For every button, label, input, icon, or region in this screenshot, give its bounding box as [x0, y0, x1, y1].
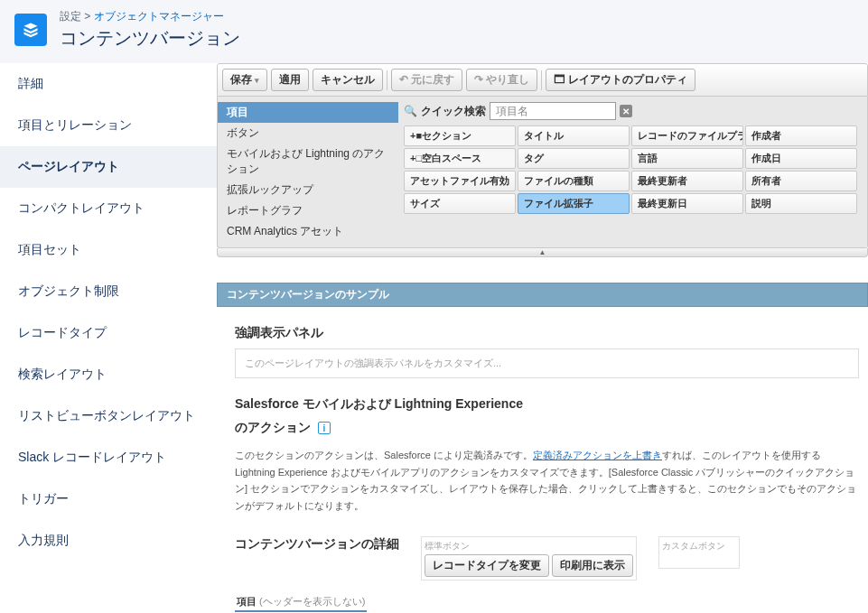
custom-buttons: カスタムボタン: [658, 536, 740, 569]
field-chip[interactable]: 最終更新日: [631, 193, 743, 214]
field-chip[interactable]: +□空白スペース: [404, 148, 516, 169]
sidebar-item[interactable]: ページレイアウト: [0, 146, 217, 188]
sidebar-item[interactable]: 項目セット: [0, 229, 217, 271]
sidebar-item[interactable]: コンパクトレイアウト: [0, 188, 217, 229]
cancel-button[interactable]: キャンセル: [313, 69, 383, 91]
undo-button[interactable]: ↶ 元に戻す: [391, 69, 462, 91]
detail-title: コンテンツバージョンの詳細: [235, 536, 399, 553]
save-button[interactable]: 保存: [222, 69, 267, 91]
field-chip[interactable]: アセットファイル有効: [404, 171, 516, 191]
search-icon: 🔍: [404, 105, 417, 117]
field-chip[interactable]: 最終更新者: [631, 171, 743, 191]
field-chip[interactable]: +■セクション: [404, 125, 516, 146]
palette-category[interactable]: 項目: [218, 102, 398, 123]
sidebar-item[interactable]: Slack レコードレイアウト: [0, 437, 217, 478]
field-chip[interactable]: 言語: [631, 148, 743, 169]
change-record-type-button[interactable]: レコードタイプを変更: [425, 554, 549, 577]
palette-category[interactable]: モバイルおよび Lightning のアクション: [218, 144, 398, 180]
field-chip[interactable]: 所有者: [745, 171, 857, 191]
palette-category[interactable]: 拡張ルックアップ: [218, 180, 398, 200]
search-clear-button[interactable]: ✕: [620, 105, 632, 117]
search-input[interactable]: [490, 102, 616, 120]
field-chip[interactable]: 説明: [745, 193, 857, 214]
breadcrumb-root[interactable]: 設定: [60, 10, 81, 23]
override-link[interactable]: 定義済みアクションを上書き: [533, 450, 662, 460]
field-chip[interactable]: タイトル: [518, 125, 630, 146]
page-header: 設定 > オブジェクトマネージャー コンテンツバージョン: [0, 0, 868, 63]
content: 保存 適用 キャンセル ↶ 元に戻す ↷ やり直し 🗔 レイアウトのプロパティ …: [217, 63, 868, 613]
actions-subtitle: のアクション: [235, 420, 311, 434]
field-chip[interactable]: 作成者: [745, 125, 857, 146]
sidebar-item[interactable]: リストビューボタンレイアウト: [0, 395, 217, 437]
field-chip[interactable]: 作成日: [745, 148, 857, 169]
standard-buttons: 標準ボタン レコードタイプを変更 印刷用に表示: [421, 536, 637, 580]
palette-category[interactable]: ボタン: [218, 123, 398, 144]
field-chip[interactable]: ファイル拡張子: [518, 193, 630, 214]
actions-title: Salesforce モバイルおよび Lightning Experience: [235, 396, 859, 413]
sidebar-item[interactable]: トリガー: [0, 478, 217, 520]
sidebar-item[interactable]: 入力規則: [0, 520, 217, 562]
info-icon[interactable]: i: [318, 422, 331, 434]
palette-category[interactable]: レポートグラフ: [218, 200, 398, 221]
highlight-panel-hint[interactable]: このページレイアウトの強調表示パネルをカスタマイズ...: [235, 348, 859, 378]
field-chip[interactable]: ファイルの種類: [518, 171, 630, 191]
palette-collapse[interactable]: ▲: [217, 248, 868, 257]
sidebar-item[interactable]: 検索レイアウト: [0, 354, 217, 395]
section-tab: 項目 (ヘッダーを表示しない): [235, 595, 367, 612]
sidebar-item[interactable]: 項目とリレーション: [0, 105, 217, 146]
field-grid: +■セクションタイトルレコードのファイルプライバシ作成者+□空白スペースタグ言語…: [404, 125, 862, 214]
actions-note: このセクションのアクションは、Salesforce により定義済みです。定義済み…: [235, 447, 859, 515]
highlight-panel-title: 強調表示パネル: [235, 325, 859, 341]
field-chip[interactable]: レコードのファイルプライバシ: [631, 125, 743, 146]
search-label: クイック検索: [421, 104, 486, 119]
sidebar: 詳細項目とリレーションページレイアウトコンパクトレイアウト項目セットオブジェクト…: [0, 63, 217, 613]
palette-categories: 項目ボタンモバイルおよび Lightning のアクション拡張ルックアップレポー…: [218, 97, 398, 247]
page-title: コンテンツバージョン: [60, 26, 240, 51]
breadcrumb-parent[interactable]: オブジェクトマネージャー: [94, 10, 224, 23]
print-view-button[interactable]: 印刷用に表示: [552, 554, 633, 577]
field-chip[interactable]: タグ: [518, 148, 630, 169]
sidebar-item[interactable]: レコードタイプ: [0, 312, 217, 354]
layout-props-button[interactable]: 🗔 レイアウトのプロパティ: [546, 69, 695, 91]
toolbar: 保存 適用 キャンセル ↶ 元に戻す ↷ やり直し 🗔 レイアウトのプロパティ: [217, 63, 868, 97]
field-chip[interactable]: サイズ: [404, 193, 516, 214]
palette: 項目ボタンモバイルおよび Lightning のアクション拡張ルックアップレポー…: [217, 97, 868, 248]
sample-banner: コンテンツバージョンのサンプル: [217, 283, 868, 307]
object-icon: [14, 14, 47, 46]
breadcrumb[interactable]: 設定 > オブジェクトマネージャー: [60, 9, 240, 24]
apply-button[interactable]: 適用: [271, 69, 309, 91]
sidebar-item[interactable]: オブジェクト制限: [0, 271, 217, 312]
redo-button[interactable]: ↷ やり直し: [466, 69, 537, 91]
sidebar-item[interactable]: 詳細: [0, 63, 217, 105]
palette-category[interactable]: CRM Analytics アセット: [218, 221, 398, 242]
